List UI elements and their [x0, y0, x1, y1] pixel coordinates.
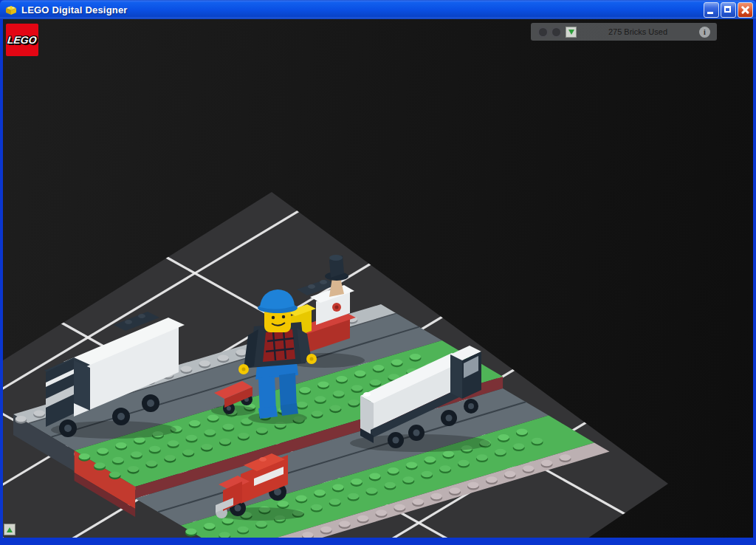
- stud: [223, 424, 234, 430]
- stud: [425, 456, 436, 462]
- stud: [385, 482, 396, 488]
- minifigure-part[interactable]: [242, 368, 246, 371]
- stud: [391, 359, 402, 365]
- shadow[interactable]: [216, 507, 304, 521]
- minifigure-part[interactable]: [263, 329, 295, 362]
- stud: [320, 527, 331, 532]
- stud: [450, 487, 461, 493]
- minifigure-part[interactable]: [310, 357, 314, 361]
- white-box-truck-part[interactable]: [74, 360, 90, 411]
- redo-button[interactable]: [551, 27, 562, 38]
- stud: [218, 354, 229, 360]
- minifigure-part[interactable]: [282, 315, 285, 318]
- red-car-part[interactable]: [235, 505, 241, 512]
- white-box-truck-part[interactable]: [147, 400, 154, 407]
- white-trailer-truck-part[interactable]: [446, 415, 453, 422]
- stud: [329, 498, 340, 504]
- stud: [422, 471, 433, 477]
- viewport-3d[interactable]: LEGO 275 Bricks Used i: [3, 19, 753, 538]
- stud: [219, 438, 230, 444]
- bricks-toolbar: 275 Bricks Used i: [531, 23, 717, 41]
- stud: [403, 476, 414, 482]
- info-button[interactable]: i: [699, 27, 710, 38]
- stud: [413, 498, 424, 504]
- minimize-button[interactable]: [704, 2, 719, 18]
- stud: [16, 416, 27, 422]
- stud: [348, 400, 360, 405]
- stud: [131, 451, 142, 457]
- stud: [431, 493, 442, 499]
- stud: [406, 462, 417, 468]
- white-trailer-truck-part[interactable]: [450, 354, 462, 399]
- white-trailer-truck-part[interactable]: [468, 403, 474, 409]
- stud: [238, 433, 249, 439]
- stud: [317, 381, 329, 387]
- maximize-icon: [724, 6, 731, 13]
- stud: [168, 440, 179, 446]
- stud: [204, 523, 215, 529]
- stud: [339, 521, 350, 527]
- stud: [373, 365, 384, 371]
- minifigure-part[interactable]: [258, 406, 278, 419]
- white-box-truck-part[interactable]: [117, 413, 125, 420]
- close-button[interactable]: [738, 2, 753, 18]
- window-controls: [704, 2, 753, 18]
- red-car-part[interactable]: [259, 457, 267, 462]
- minifigure-part[interactable]: [272, 316, 275, 319]
- stud: [315, 396, 326, 402]
- lego-logo-text: LEGO: [7, 34, 37, 46]
- white-trailer-truck-part[interactable]: [413, 430, 420, 436]
- lego-logo: LEGO: [6, 24, 38, 56]
- window-title: LEGO Digital Designer: [21, 4, 128, 16]
- white-trailer-truck-part[interactable]: [363, 392, 371, 397]
- stud: [354, 370, 365, 376]
- stud: [256, 521, 267, 527]
- steam-engine-build-part[interactable]: [329, 255, 343, 261]
- white-box-truck-part[interactable]: [138, 314, 145, 318]
- stud: [486, 476, 497, 482]
- stud: [165, 455, 176, 461]
- stud: [458, 460, 469, 466]
- stud: [312, 411, 323, 417]
- stud: [476, 454, 487, 460]
- stud: [351, 385, 362, 391]
- scene-canvas[interactable]: [3, 19, 753, 538]
- stud: [366, 487, 377, 493]
- stud: [357, 515, 368, 521]
- app-window: LEGO Digital Designer: [0, 0, 756, 545]
- stud: [79, 453, 90, 459]
- stud: [256, 427, 267, 433]
- green-arrow-icon: [568, 30, 574, 35]
- titlebar[interactable]: LEGO Digital Designer: [0, 0, 756, 19]
- steam-engine-build-part[interactable]: [320, 280, 327, 284]
- stud: [495, 449, 506, 455]
- stud: [348, 493, 359, 499]
- stud: [205, 429, 216, 435]
- stud: [97, 448, 109, 453]
- minimize-icon: [707, 12, 713, 14]
- steam-engine-build-part[interactable]: [308, 284, 315, 289]
- stud: [516, 429, 527, 435]
- stud: [296, 496, 307, 501]
- stud: [128, 466, 139, 472]
- white-box-truck-part[interactable]: [125, 320, 132, 324]
- white-trailer-truck-part[interactable]: [393, 437, 399, 444]
- stud: [443, 451, 454, 457]
- steam-engine-build-part[interactable]: [335, 306, 339, 309]
- white-box-truck-part[interactable]: [64, 425, 72, 432]
- stud: [149, 446, 160, 452]
- shadow[interactable]: [248, 412, 307, 424]
- undo-button[interactable]: [537, 27, 549, 38]
- screenshot-button[interactable]: [566, 27, 577, 38]
- palette-toggle-button[interactable]: [4, 524, 16, 535]
- stud: [94, 462, 105, 468]
- minifigure-part[interactable]: [281, 403, 298, 416]
- red-cart-part[interactable]: [227, 406, 231, 411]
- stud: [34, 410, 45, 416]
- stud: [315, 490, 326, 496]
- app-icon-lego-brick: [4, 4, 18, 16]
- stud: [388, 467, 399, 473]
- maximize-button[interactable]: [721, 2, 736, 18]
- stud: [369, 473, 380, 479]
- stud: [560, 454, 571, 460]
